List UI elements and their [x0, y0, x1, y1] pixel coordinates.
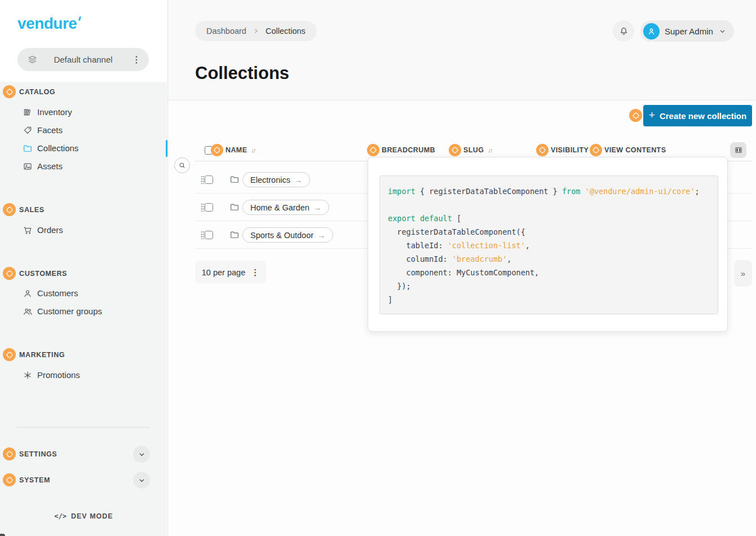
- user-icon: [23, 288, 33, 298]
- extension-point-icon[interactable]: [536, 144, 549, 156]
- channel-selector[interactable]: Default channel ⋮: [17, 48, 149, 71]
- breadcrumb: Dashboard Collections: [195, 21, 317, 41]
- vendure-logo[interactable]: vendure: [17, 15, 77, 33]
- column-header-name[interactable]: NAME ↓↑: [211, 144, 255, 156]
- dev-mode-toggle[interactable]: </> DEV MODE: [0, 512, 167, 520]
- page-title: Collections: [195, 63, 289, 84]
- sidebar-section-settings: SETTINGS: [3, 447, 57, 460]
- column-label: SLUG: [463, 146, 484, 154]
- puzzle-icon: [6, 88, 14, 96]
- user-name: Super Admin: [665, 27, 713, 36]
- collection-name: Electronics: [250, 175, 290, 184]
- drag-handle-icon[interactable]: [201, 175, 205, 184]
- sidebar-item-collections[interactable]: Collections: [0, 139, 167, 157]
- section-label: SYSTEM: [19, 476, 50, 484]
- extension-point-icon[interactable]: [3, 267, 16, 280]
- create-new-collection-button[interactable]: + Create new collection: [643, 105, 752, 126]
- collection-link[interactable]: Electronics →: [242, 172, 310, 187]
- chevron-down-icon: [138, 450, 146, 459]
- collection-link[interactable]: Sports & Outdoor →: [242, 227, 333, 243]
- extension-point-icon[interactable]: [3, 447, 16, 460]
- bell-icon: [618, 26, 629, 37]
- section-label: CATALOG: [19, 88, 55, 96]
- section-label: SETTINGS: [19, 450, 57, 458]
- search-icon: [178, 161, 186, 169]
- column-header-visibility: VISIBILITY: [536, 144, 589, 156]
- system-expand-button[interactable]: [133, 472, 150, 489]
- kebab-icon[interactable]: ⋮: [132, 54, 141, 65]
- sidebar-divider: [17, 427, 149, 428]
- code-icon: </>: [54, 512, 67, 520]
- sidebar-item-label: Customers: [37, 288, 78, 298]
- extension-point-icon[interactable]: [3, 85, 16, 98]
- tag-icon: [23, 125, 33, 135]
- users-icon: [23, 306, 33, 317]
- extension-point-icon[interactable]: [449, 144, 461, 156]
- arrow-right-icon: →: [317, 231, 325, 240]
- sidebar-section-system: SYSTEM: [3, 473, 50, 486]
- column-header-slug[interactable]: SLUG ↓↑: [449, 144, 492, 156]
- section-label: SALES: [19, 206, 45, 214]
- dev-mode-popover: import { registerDataTableComponent } fr…: [368, 157, 728, 332]
- sidebar-item-promotions[interactable]: Promotions: [0, 366, 167, 384]
- column-picker-button[interactable]: [730, 142, 746, 158]
- dev-mode-label: DEV MODE: [71, 512, 113, 520]
- folder-icon: [229, 202, 240, 212]
- sort-icon[interactable]: ↓↑: [251, 147, 255, 153]
- sidebar-item-customer-groups[interactable]: Customer groups: [0, 302, 167, 320]
- create-button-label: Create new collection: [660, 111, 746, 121]
- extension-point-icon[interactable]: [3, 203, 16, 216]
- layers-icon: [27, 54, 38, 65]
- sidebar-item-label: Inventory: [37, 107, 72, 117]
- collection-link[interactable]: Home & Garden →: [242, 200, 329, 215]
- sidebar-item-facets[interactable]: Facets: [0, 121, 167, 139]
- image-icon: [23, 161, 33, 172]
- sidebar-item-label: Assets: [37, 161, 63, 171]
- folder-icon: [23, 143, 33, 153]
- puzzle-icon: [6, 476, 14, 484]
- drag-handle-icon[interactable]: [201, 231, 205, 239]
- sidebar-section-sales: SALES: [3, 203, 45, 216]
- sidebar-item-customers[interactable]: Customers: [0, 284, 167, 302]
- sidebar-item-assets[interactable]: Assets: [0, 157, 167, 175]
- settings-expand-button[interactable]: [133, 446, 150, 463]
- row-checkbox[interactable]: [205, 175, 213, 184]
- pagination-next-button[interactable]: »: [734, 260, 752, 287]
- extension-point-icon[interactable]: [3, 473, 16, 486]
- sidebar-item-inventory[interactable]: Inventory: [0, 103, 167, 121]
- plus-icon: +: [649, 109, 655, 121]
- row-checkbox[interactable]: [205, 203, 213, 212]
- row-checkbox[interactable]: [205, 231, 213, 239]
- sidebar-section-catalog: CATALOG: [3, 85, 55, 98]
- sidebar-item-label: Collections: [37, 143, 78, 153]
- sidebar-item-label: Promotions: [37, 370, 80, 380]
- drag-handle-icon[interactable]: [201, 203, 205, 212]
- column-label: VIEW CONTENTS: [604, 146, 666, 154]
- extension-point-icon[interactable]: [211, 144, 223, 156]
- extension-point-icon[interactable]: [3, 348, 16, 361]
- chevron-down-icon: [718, 27, 727, 36]
- column-label: VISIBILITY: [551, 146, 589, 154]
- extension-point-icon[interactable]: [590, 144, 602, 156]
- library-icon: [23, 107, 33, 117]
- sort-icon[interactable]: ↓↑: [488, 147, 492, 153]
- puzzle-icon: [6, 206, 14, 214]
- code-block: import { registerDataTableComponent } fr…: [379, 175, 718, 314]
- table-search-button[interactable]: [174, 157, 190, 173]
- extension-point-icon[interactable]: [629, 109, 642, 122]
- folder-icon: [229, 174, 240, 184]
- extension-point-icon[interactable]: [367, 144, 379, 156]
- folder-icon: [229, 230, 240, 240]
- sidebar-item-label: Orders: [37, 225, 63, 235]
- section-label: CUSTOMERS: [19, 270, 67, 278]
- user-menu[interactable]: Super Admin: [640, 20, 734, 42]
- items-per-page-select[interactable]: 10 per page ⋮: [195, 261, 266, 284]
- sidebar-item-orders[interactable]: Orders: [0, 221, 167, 239]
- breadcrumb-dashboard[interactable]: Dashboard: [206, 27, 246, 36]
- notifications-button[interactable]: [613, 20, 634, 42]
- corner-artifact: [0, 534, 5, 536]
- chevron-right-icon: [252, 27, 260, 35]
- column-header-view-contents: VIEW CONTENTS: [590, 144, 666, 156]
- puzzle-icon: [538, 146, 546, 154]
- puzzle-icon: [369, 146, 377, 154]
